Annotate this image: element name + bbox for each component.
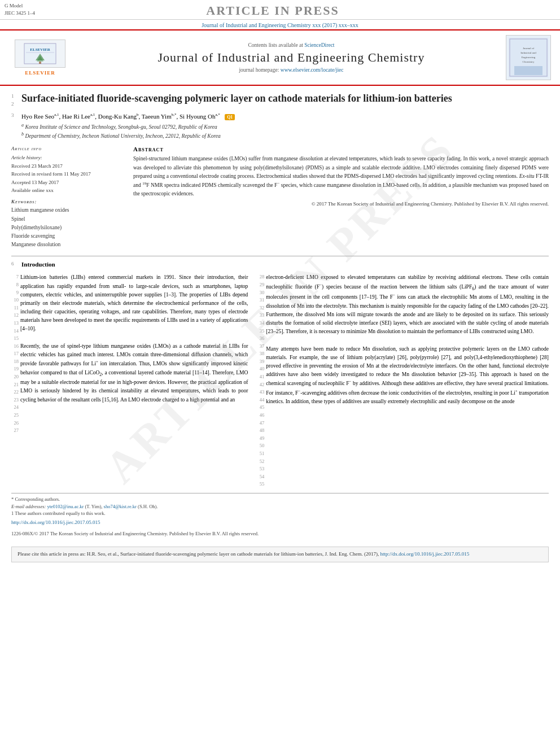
copyright-line: © 2017 The Korean Society of Industrial … xyxy=(133,201,549,207)
svg-text:Journal of: Journal of xyxy=(523,47,534,50)
section-divider xyxy=(11,256,549,256)
journal-line: Journal of Industrial and Engineering Ch… xyxy=(0,20,560,30)
title-section: 1 2 Surface-initiated fluoride-scavengin… xyxy=(11,91,549,108)
left-line-numbers: 7891011 1213141516 1718192021 2223242526… xyxy=(11,273,20,488)
info-abstract-section: Article info Article history: Received 2… xyxy=(11,146,549,249)
right-body-col: 2829303132 3334353637 3839404142 4344454… xyxy=(257,273,549,488)
masthead-left: ELSEVIER ELSEVIER xyxy=(9,40,71,76)
intro-heading-row: 6 Introduction xyxy=(11,261,549,271)
keywords-label: Keywords: xyxy=(11,199,124,204)
journal-title-masthead: Journal of Industrial and Engineering Ch… xyxy=(77,50,506,65)
right-line-numbers: 2829303132 3334353637 3839404142 4344454… xyxy=(257,273,266,488)
footnote-corresponding: * Corresponding authors. xyxy=(11,496,549,503)
svg-text:Chemistry: Chemistry xyxy=(523,60,535,63)
email-yim[interactable]: yte0102@inu.ac.kr xyxy=(47,504,84,509)
svg-text:Engineering: Engineering xyxy=(522,56,536,59)
contents-available: Contents lists available at ScienceDirec… xyxy=(77,42,506,48)
phenomenon-word: phenomenon xyxy=(203,165,231,171)
svg-rect-12 xyxy=(514,66,542,75)
journal-homepage: journal homepage: www.elsevier.com/locat… xyxy=(77,67,506,73)
left-body-text: Lithium-ion batteries (LIBs) entered com… xyxy=(20,273,248,488)
article-content: ARTICLE IN PRESS 1 2 Surface-initiated f… xyxy=(0,86,560,531)
masthead: ELSEVIER ELSEVIER Contents lists availab… xyxy=(0,30,560,86)
keyword-4: Fluoride scavenging xyxy=(11,232,124,241)
abstract-col: Abstract Spinel-structured lithium manga… xyxy=(133,146,549,249)
article-info-label: Article info xyxy=(11,146,124,151)
footnote-equal-contrib: 1 These authors contributed equally to t… xyxy=(11,510,549,517)
issn-line: 1226-086X/© 2017 The Korean Society of I… xyxy=(0,531,560,541)
keyword-2: Spinel xyxy=(11,215,124,224)
svg-text:Industrial and: Industrial and xyxy=(520,51,536,54)
sciencedirect-link[interactable]: ScienceDirect xyxy=(304,42,334,48)
article-in-press-banner: ARTICLE IN PRESS xyxy=(35,2,510,18)
accepted-date: Accepted 13 May 2017 xyxy=(11,178,124,186)
footnotes-area: * Corresponding authors. E-mail addresse… xyxy=(11,493,549,517)
q1-badge: Q1 xyxy=(225,114,235,120)
email-oh[interactable]: sho74@kist.re.kr xyxy=(104,504,137,509)
svg-text:ELSEVIER: ELSEVIER xyxy=(30,47,50,52)
body-two-col: 7891011 1213141516 1718192021 2223242526… xyxy=(11,273,549,488)
history-label: Article history: xyxy=(11,154,124,161)
g-model-label: G Model JIEC 3425 1–4 xyxy=(5,2,35,16)
left-body-col: 7891011 1213141516 1718192021 2223242526… xyxy=(11,273,248,488)
article-info-col: Article info Article history: Received 2… xyxy=(11,146,124,249)
keyword-1: Lithium manganese oxides xyxy=(11,206,124,215)
available-date: Available online xxx xyxy=(11,186,124,194)
intro-heading: Introduction xyxy=(21,261,55,268)
authors-section: 3 Hyo Ree Seoa,1, Hae Ri Leea,1, Dong-Ku… xyxy=(11,112,549,120)
received-date: Received 23 March 2017 xyxy=(11,162,124,170)
article-history: Article history: Received 23 March 2017 … xyxy=(11,154,124,194)
keyword-5: Manganese dissolution xyxy=(11,241,124,249)
footnote-email: E-mail addresses: yte0102@inu.ac.kr (T. … xyxy=(11,503,549,510)
intro-line-num: 6 xyxy=(11,261,21,267)
abstract-text: Spinel-structured lithium manganese oxid… xyxy=(133,155,549,198)
affil-a: a Korea Institute of Science and Technol… xyxy=(21,122,549,131)
article-title: Surface-initiated fluoride-scavenging po… xyxy=(21,91,549,105)
affiliations: a Korea Institute of Science and Technol… xyxy=(21,122,549,141)
authors-line: Hyo Ree Seoa,1, Hae Ri Leea,1, Dong-Ku K… xyxy=(21,112,549,120)
top-banner: G Model JIEC 3425 1–4 ARTICLE IN PRESS xyxy=(0,0,560,20)
masthead-center: Contents lists available at ScienceDirec… xyxy=(77,42,506,73)
journal-cover-image: Journal of Industrial and Engineering Ch… xyxy=(506,35,551,80)
svg-rect-5 xyxy=(39,62,41,64)
authors-line-num: 3 xyxy=(11,112,21,118)
keywords-section: Keywords: Lithium manganese oxides Spine… xyxy=(11,199,124,249)
elsevier-logo-icon: ELSEVIER xyxy=(23,42,57,65)
title-line-nums: 1 2 xyxy=(11,91,21,108)
elsevier-logo-box: ELSEVIER xyxy=(15,40,65,68)
doi-line: http://dx.doi.org/10.1016/j.jiec.2017.05… xyxy=(11,519,549,525)
doi-link[interactable]: http://dx.doi.org/10.1016/j.jiec.2017.05… xyxy=(11,519,100,525)
received-revised-date: Received in revised form 11 May 2017 xyxy=(11,170,124,178)
affil-b: b Department of Chemistry, Incheon Natio… xyxy=(21,131,549,140)
cite-doi-link[interactable]: http://dx.doi.org/10.1016/j.jiec.2017.05… xyxy=(380,551,470,557)
cite-box: Please cite this article in press as: H.… xyxy=(11,547,549,562)
keyword-3: Poly(dimethylsiloxane) xyxy=(11,224,124,232)
right-body-text: electron-deficient LMO exposed to elevat… xyxy=(266,273,549,488)
homepage-url[interactable]: www.elsevier.com/locate/jiec xyxy=(281,67,344,73)
abstract-label: Abstract xyxy=(133,146,549,152)
elsevier-name: ELSEVIER xyxy=(25,70,55,76)
